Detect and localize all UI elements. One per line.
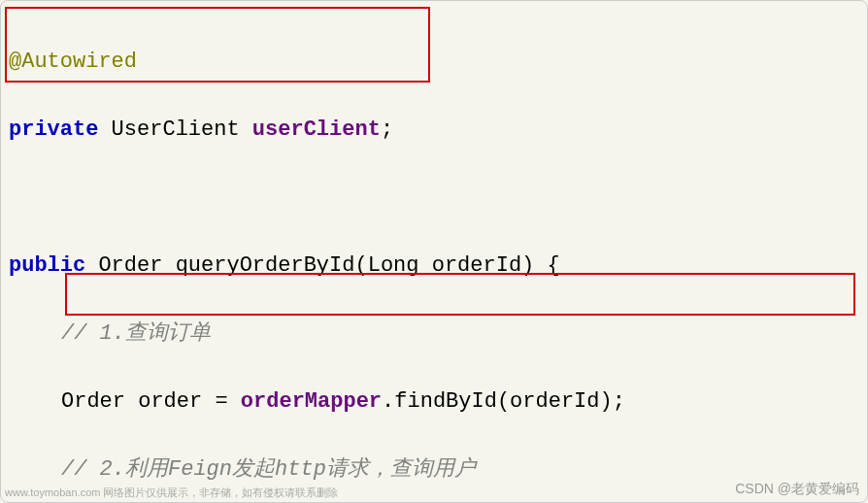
annotation-autowired: @Autowired (9, 50, 137, 74)
semicolon: ; (381, 117, 393, 142)
code-block: @Autowired private UserClient userClient… (9, 11, 859, 503)
type-order: Order (85, 253, 175, 278)
type-userclient: UserClient (98, 117, 251, 142)
field-userclient: userClient (252, 117, 381, 142)
code-line6a: Order order = (61, 389, 241, 414)
comment-1: // 1.查询订单 (61, 321, 211, 346)
method-params: (Long orderId) { (354, 253, 559, 278)
method-name: queryOrderById (176, 253, 355, 278)
code-line6b: .findById(orderId); (382, 389, 625, 414)
keyword-public: public (9, 253, 85, 278)
watermark-right: CSDN @老黄爱编码 (735, 481, 859, 498)
watermark-left: www.toymoban.com 网络图片仅供展示，非存储，如有侵权请联系删除 (5, 486, 338, 500)
comment-2: // 2.利用Feign发起http请求，查询用户 (61, 457, 476, 482)
keyword-private: private (9, 117, 98, 142)
field-ordermapper: orderMapper (241, 389, 382, 414)
